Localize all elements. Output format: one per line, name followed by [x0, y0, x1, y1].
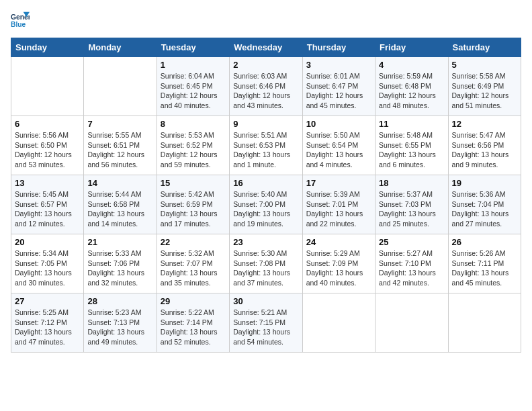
day-cell: 28Sunrise: 5:23 AMSunset: 7:13 PMDayligh… [84, 293, 157, 353]
weekday-header-row: SundayMondayTuesdayWednesdayThursdayFrid… [11, 38, 521, 57]
day-cell [375, 293, 448, 353]
day-info: Sunrise: 5:44 AMSunset: 6:58 PMDaylight:… [87, 189, 152, 229]
svg-text:Blue: Blue [11, 21, 26, 28]
day-number: 28 [87, 296, 152, 306]
day-number: 20 [15, 237, 80, 247]
week-row-1: 6Sunrise: 5:56 AMSunset: 6:50 PMDaylight… [11, 116, 521, 175]
day-info: Sunrise: 5:50 AMSunset: 6:54 PMDaylight:… [306, 130, 371, 170]
weekday-header-friday: Friday [375, 38, 448, 57]
day-number: 25 [379, 237, 444, 247]
day-info: Sunrise: 5:40 AMSunset: 7:00 PMDaylight:… [233, 189, 298, 229]
day-cell: 17Sunrise: 5:39 AMSunset: 7:01 PMDayligh… [302, 175, 375, 234]
day-info: Sunrise: 5:23 AMSunset: 7:13 PMDaylight:… [87, 308, 152, 347]
day-info: Sunrise: 5:47 AMSunset: 6:56 PMDaylight:… [452, 130, 517, 170]
day-cell: 16Sunrise: 5:40 AMSunset: 7:00 PMDayligh… [230, 175, 302, 234]
day-cell: 18Sunrise: 5:37 AMSunset: 7:03 PMDayligh… [375, 175, 448, 234]
day-info: Sunrise: 5:51 AMSunset: 6:53 PMDaylight:… [233, 130, 298, 170]
day-cell: 12Sunrise: 5:47 AMSunset: 6:56 PMDayligh… [448, 116, 521, 175]
day-cell: 14Sunrise: 5:44 AMSunset: 6:58 PMDayligh… [84, 175, 157, 234]
day-number: 16 [233, 178, 298, 188]
day-number: 13 [15, 178, 80, 188]
day-number: 26 [452, 237, 517, 247]
day-info: Sunrise: 5:25 AMSunset: 7:12 PMDaylight:… [15, 308, 80, 347]
day-info: Sunrise: 5:33 AMSunset: 7:06 PMDaylight:… [87, 248, 152, 288]
weekday-header-sunday: Sunday [11, 38, 84, 57]
day-cell: 21Sunrise: 5:33 AMSunset: 7:06 PMDayligh… [84, 234, 157, 293]
day-number: 29 [161, 296, 226, 306]
day-cell: 15Sunrise: 5:42 AMSunset: 6:59 PMDayligh… [157, 175, 229, 234]
day-cell: 10Sunrise: 5:50 AMSunset: 6:54 PMDayligh… [302, 116, 375, 175]
day-cell: 5Sunrise: 5:58 AMSunset: 6:49 PMDaylight… [448, 57, 521, 116]
day-cell: 23Sunrise: 5:30 AMSunset: 7:08 PMDayligh… [230, 234, 302, 293]
day-info: Sunrise: 5:53 AMSunset: 6:52 PMDaylight:… [161, 130, 226, 170]
day-cell [11, 57, 84, 116]
day-info: Sunrise: 5:55 AMSunset: 6:51 PMDaylight:… [87, 130, 152, 170]
weekday-header-tuesday: Tuesday [157, 38, 229, 57]
day-info: Sunrise: 5:32 AMSunset: 7:07 PMDaylight:… [161, 248, 226, 288]
day-number: 18 [379, 178, 444, 188]
day-number: 14 [87, 178, 152, 188]
week-row-0: 1Sunrise: 6:04 AMSunset: 6:45 PMDaylight… [11, 57, 521, 116]
week-row-3: 20Sunrise: 5:34 AMSunset: 7:05 PMDayligh… [11, 234, 521, 293]
day-cell: 19Sunrise: 5:36 AMSunset: 7:04 PMDayligh… [448, 175, 521, 234]
day-number: 11 [379, 119, 444, 129]
day-info: Sunrise: 5:45 AMSunset: 6:57 PMDaylight:… [15, 189, 80, 229]
day-cell: 20Sunrise: 5:34 AMSunset: 7:05 PMDayligh… [11, 234, 84, 293]
day-info: Sunrise: 5:36 AMSunset: 7:04 PMDaylight:… [452, 189, 517, 229]
day-info: Sunrise: 5:27 AMSunset: 7:10 PMDaylight:… [379, 248, 444, 288]
day-cell: 7Sunrise: 5:55 AMSunset: 6:51 PMDaylight… [84, 116, 157, 175]
day-cell: 8Sunrise: 5:53 AMSunset: 6:52 PMDaylight… [157, 116, 229, 175]
day-number: 3 [306, 60, 371, 70]
weekday-header-monday: Monday [84, 38, 157, 57]
day-number: 2 [233, 60, 298, 70]
day-cell [84, 57, 157, 116]
day-info: Sunrise: 6:03 AMSunset: 6:46 PMDaylight:… [233, 71, 298, 111]
day-cell: 2Sunrise: 6:03 AMSunset: 6:46 PMDaylight… [230, 57, 302, 116]
week-row-2: 13Sunrise: 5:45 AMSunset: 6:57 PMDayligh… [11, 175, 521, 234]
weekday-header-saturday: Saturday [448, 38, 521, 57]
day-number: 1 [161, 60, 226, 70]
logo: General Blue [11, 11, 31, 30]
day-number: 23 [233, 237, 298, 247]
day-info: Sunrise: 5:22 AMSunset: 7:14 PMDaylight:… [161, 308, 226, 347]
day-info: Sunrise: 5:56 AMSunset: 6:50 PMDaylight:… [15, 130, 80, 170]
header: General Blue [11, 11, 521, 30]
day-cell: 1Sunrise: 6:04 AMSunset: 6:45 PMDaylight… [157, 57, 229, 116]
day-number: 7 [87, 119, 152, 129]
day-number: 22 [161, 237, 226, 247]
day-number: 30 [233, 296, 298, 306]
weekday-header-thursday: Thursday [302, 38, 375, 57]
day-cell: 30Sunrise: 5:21 AMSunset: 7:15 PMDayligh… [230, 293, 302, 353]
day-info: Sunrise: 5:48 AMSunset: 6:55 PMDaylight:… [379, 130, 444, 170]
day-number: 15 [161, 178, 226, 188]
day-number: 9 [233, 119, 298, 129]
day-number: 6 [15, 119, 80, 129]
day-info: Sunrise: 6:01 AMSunset: 6:47 PMDaylight:… [306, 71, 371, 111]
day-info: Sunrise: 5:59 AMSunset: 6:48 PMDaylight:… [379, 71, 444, 111]
calendar-table: SundayMondayTuesdayWednesdayThursdayFrid… [11, 38, 521, 353]
day-cell: 13Sunrise: 5:45 AMSunset: 6:57 PMDayligh… [11, 175, 84, 234]
day-cell: 9Sunrise: 5:51 AMSunset: 6:53 PMDaylight… [230, 116, 302, 175]
day-info: Sunrise: 5:42 AMSunset: 6:59 PMDaylight:… [161, 189, 226, 229]
day-number: 17 [306, 178, 371, 188]
week-row-4: 27Sunrise: 5:25 AMSunset: 7:12 PMDayligh… [11, 293, 521, 353]
day-cell: 6Sunrise: 5:56 AMSunset: 6:50 PMDaylight… [11, 116, 84, 175]
day-cell: 26Sunrise: 5:26 AMSunset: 7:11 PMDayligh… [448, 234, 521, 293]
day-info: Sunrise: 5:37 AMSunset: 7:03 PMDaylight:… [379, 189, 444, 229]
logo-icon: General Blue [11, 11, 30, 30]
day-info: Sunrise: 5:21 AMSunset: 7:15 PMDaylight:… [233, 308, 298, 347]
day-number: 19 [452, 178, 517, 188]
day-cell: 25Sunrise: 5:27 AMSunset: 7:10 PMDayligh… [375, 234, 448, 293]
day-cell: 29Sunrise: 5:22 AMSunset: 7:14 PMDayligh… [157, 293, 229, 353]
day-number: 27 [15, 296, 80, 306]
day-info: Sunrise: 5:34 AMSunset: 7:05 PMDaylight:… [15, 248, 80, 288]
day-cell [448, 293, 521, 353]
day-info: Sunrise: 5:30 AMSunset: 7:08 PMDaylight:… [233, 248, 298, 288]
day-cell: 27Sunrise: 5:25 AMSunset: 7:12 PMDayligh… [11, 293, 84, 353]
day-number: 10 [306, 119, 371, 129]
day-info: Sunrise: 5:39 AMSunset: 7:01 PMDaylight:… [306, 189, 371, 229]
day-number: 8 [161, 119, 226, 129]
day-info: Sunrise: 5:58 AMSunset: 6:49 PMDaylight:… [452, 71, 517, 111]
day-cell: 24Sunrise: 5:29 AMSunset: 7:09 PMDayligh… [302, 234, 375, 293]
day-number: 12 [452, 119, 517, 129]
